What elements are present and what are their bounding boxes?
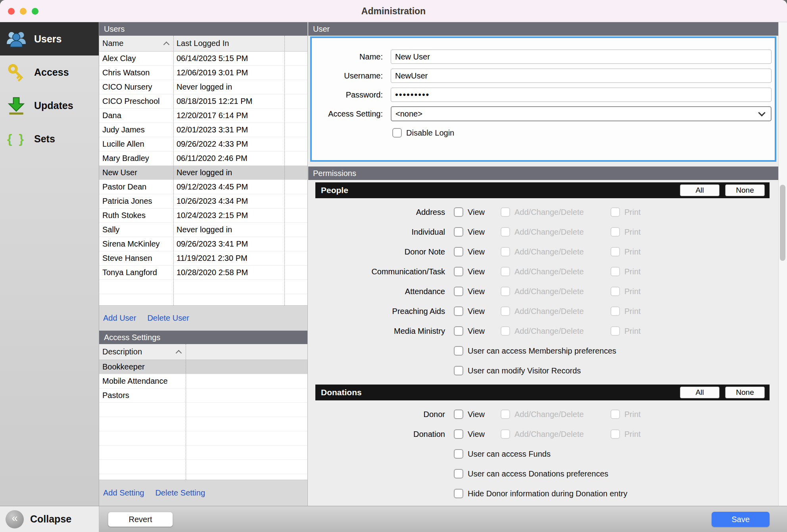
key-icon <box>5 62 28 82</box>
user-name-cell: Dana <box>99 111 173 120</box>
save-button[interactable]: Save <box>712 512 770 527</box>
user-row[interactable]: New UserNever logged in <box>99 166 307 180</box>
extra-permission-label: User can modify Visitor Records <box>468 366 581 375</box>
user-row[interactable]: Dana12/20/2017 6:14 PM <box>99 109 307 123</box>
access-setting-row[interactable]: Mobile Attendance <box>99 374 307 388</box>
add-change-delete-checkbox: Add/Change/Delete <box>501 207 610 217</box>
user-last-logged-in-cell: 09/26/2023 3:41 PM <box>173 239 284 249</box>
checkbox-box <box>454 247 463 256</box>
sidebar-item-sets[interactable]: { }Sets <box>0 122 99 155</box>
column-header-description[interactable]: Description <box>99 344 186 360</box>
all-button[interactable]: All <box>680 184 720 196</box>
extra-permission-checkbox[interactable]: Hide Donor information during Donation e… <box>454 489 627 498</box>
scrollbar-track[interactable] <box>778 22 787 506</box>
column-header-name[interactable]: Name <box>99 36 173 51</box>
permission-row-label: Preaching Aids <box>308 307 445 316</box>
user-row[interactable]: Ruth Stokes10/24/2023 2:15 PM <box>99 209 307 223</box>
none-button[interactable]: None <box>725 184 765 196</box>
add-user-link[interactable]: Add User <box>103 314 136 323</box>
permissions-body: PeopleAllNoneAddressViewAdd/Change/Delet… <box>308 180 778 506</box>
permission-row: IndividualViewAdd/Change/DeletePrint <box>308 222 778 242</box>
permission-row-label: Donor <box>308 410 445 419</box>
user-row[interactable]: Lucille Allen09/26/2022 4:33 PM <box>99 137 307 151</box>
scrollbar-thumb[interactable] <box>780 185 785 261</box>
view-checkbox[interactable]: View <box>454 410 501 419</box>
user-row[interactable]: Judy James02/01/2023 3:31 PM <box>99 123 307 137</box>
add-setting-link[interactable]: Add Setting <box>103 488 144 498</box>
sidebar-item-users[interactable]: Users <box>0 22 99 55</box>
close-button[interactable] <box>8 8 15 15</box>
user-row[interactable]: Steve Hansen11/19/2021 2:30 PM <box>99 251 307 266</box>
view-checkbox[interactable]: View <box>454 287 501 296</box>
user-row[interactable]: Sirena McKinley09/26/2023 3:41 PM <box>99 237 307 251</box>
view-label: View <box>468 327 485 336</box>
minimize-button[interactable] <box>20 8 27 15</box>
extra-permission-label: User can access Membership preferences <box>468 346 616 356</box>
extra-permission-checkbox[interactable]: User can modify Visitor Records <box>454 366 581 375</box>
add-change-delete-checkbox: Add/Change/Delete <box>501 267 610 276</box>
bottom-bar: « Collapse Revert Save <box>0 506 787 532</box>
extra-permission-checkbox[interactable]: User can access Funds <box>454 449 551 459</box>
access-setting-select[interactable]: <none> <box>391 106 772 121</box>
name-input[interactable] <box>391 50 772 64</box>
column-header-description-label: Description <box>102 347 142 356</box>
print-label: Print <box>624 307 641 316</box>
zoom-button[interactable] <box>32 8 38 15</box>
checkbox-box <box>610 410 620 419</box>
sidebar-item-access[interactable]: Access <box>0 55 99 89</box>
permission-section-bar: DonationsAllNone <box>315 385 770 400</box>
view-checkbox[interactable]: View <box>454 267 501 276</box>
user-row[interactable]: Patricia Jones10/26/2023 4:34 PM <box>99 194 307 209</box>
user-row[interactable]: CICO NurseryNever logged in <box>99 80 307 94</box>
setting-description-cell: Pastors <box>99 391 307 400</box>
access-setting-row[interactable]: Pastors <box>99 388 307 403</box>
user-row[interactable]: Alex Clay06/14/2023 5:15 PM <box>99 52 307 66</box>
view-checkbox[interactable]: View <box>454 429 501 439</box>
settings-table-body: BookkeeperMobile AttendancePastors <box>99 360 307 480</box>
user-row[interactable]: Chris Watson12/06/2019 3:01 PM <box>99 66 307 80</box>
user-name-cell: Lucille Allen <box>99 140 173 149</box>
permission-row: DonationViewAdd/Change/DeletePrint <box>308 424 778 444</box>
all-button[interactable]: All <box>680 387 720 398</box>
delete-setting-link[interactable]: Delete Setting <box>155 488 205 498</box>
view-checkbox[interactable]: View <box>454 207 501 217</box>
username-input[interactable] <box>391 69 772 83</box>
disable-login-label: Disable Login <box>406 128 454 138</box>
view-label: View <box>468 267 485 276</box>
view-checkbox[interactable]: View <box>454 247 501 256</box>
sidebar-item-updates[interactable]: Updates <box>0 89 99 122</box>
window-title: Administration <box>0 0 787 22</box>
print-checkbox: Print <box>610 410 641 419</box>
user-row[interactable]: Tonya Langford10/28/2020 2:58 PM <box>99 266 307 280</box>
print-checkbox: Print <box>610 207 641 217</box>
view-label: View <box>468 247 485 256</box>
delete-user-link[interactable]: Delete User <box>147 314 189 323</box>
view-checkbox[interactable]: View <box>454 306 501 316</box>
user-row[interactable]: Mary Bradley06/11/2020 2:46 PM <box>99 151 307 166</box>
extra-permission-checkbox[interactable]: User can access Membership preferences <box>454 346 616 356</box>
users-table: Name Last Logged In Alex Clay06/14/2023 … <box>99 36 307 305</box>
checkbox-box <box>454 489 463 498</box>
user-row[interactable]: SallyNever logged in <box>99 223 307 237</box>
extra-permission-checkbox[interactable]: User can access Donations preferences <box>454 469 608 478</box>
add-change-delete-checkbox: Add/Change/Delete <box>501 306 610 316</box>
user-row[interactable]: CICO Preschool08/18/2015 12:21 PM <box>99 94 307 109</box>
access-setting-label: Access Setting: <box>312 109 383 119</box>
none-button[interactable]: None <box>725 387 765 398</box>
collapse-button[interactable]: « Collapse <box>0 506 99 532</box>
password-input[interactable] <box>391 88 772 102</box>
add-change-delete-label: Add/Change/Delete <box>514 228 584 237</box>
setting-description-cell: Mobile Attendance <box>99 377 307 386</box>
user-last-logged-in-cell: 10/28/2020 2:58 PM <box>173 268 284 277</box>
view-label: View <box>468 410 485 419</box>
print-checkbox: Print <box>610 247 641 256</box>
disable-login-checkbox[interactable]: Disable Login <box>392 128 454 138</box>
user-row[interactable]: Pastor Dean09/12/2023 4:45 PM <box>99 180 307 194</box>
user-last-logged-in-cell: 12/20/2017 6:14 PM <box>173 111 284 120</box>
access-setting-row[interactable]: Bookkeeper <box>99 360 307 374</box>
view-checkbox[interactable]: View <box>454 326 501 336</box>
sort-ascending-icon <box>163 41 170 48</box>
column-header-last-logged-in[interactable]: Last Logged In <box>173 36 284 51</box>
view-checkbox[interactable]: View <box>454 227 501 237</box>
revert-button[interactable]: Revert <box>108 512 173 527</box>
